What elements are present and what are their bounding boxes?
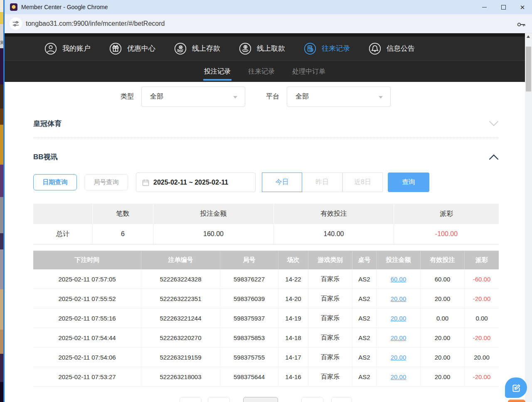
screen: 寞 Member Center - Google Chrome ✕ tongba…	[0, 0, 532, 402]
bet-amount-link[interactable]: 20.00	[391, 334, 406, 341]
chevron-down-icon	[489, 121, 499, 127]
cell-game-type: 百家乐	[308, 289, 352, 308]
date-range-value: 2025-02-11 ~ 2025-02-11	[153, 179, 228, 186]
tab-processing-orders[interactable]: 处理中订单	[291, 61, 326, 82]
table-row: 2025-02-11 07:54:44 522263220270 5983758…	[33, 328, 499, 348]
site-settings-button[interactable]	[10, 17, 22, 30]
cell-payout: 0.00	[465, 308, 499, 328]
nav-item-label: 我的账户	[62, 44, 91, 53]
nav-item-records[interactable]: 往来记录	[303, 42, 350, 55]
url-bar: tongbao31.com:9900/infe/mcenter/#/betRec…	[5, 14, 532, 33]
bet-amount-link[interactable]: 20.00	[391, 354, 406, 361]
round-query-button[interactable]: 局号查询	[84, 174, 128, 190]
table-row: 2025-02-11 07:55:52 522263222351 5983760…	[33, 289, 499, 308]
nav-item-deposit[interactable]: 线上存款	[174, 42, 220, 55]
scrollbar[interactable]	[525, 33, 532, 402]
cell-round-no: 598375937	[220, 308, 278, 328]
user-icon	[44, 42, 57, 55]
cell-game-type: 百家乐	[308, 328, 352, 347]
date-range-picker[interactable]: 2025-02-11 ~ 2025-02-11	[136, 173, 256, 192]
tab-bet-records[interactable]: 投注记录	[203, 61, 232, 82]
pagination-button[interactable]	[331, 397, 352, 402]
bet-amount-link[interactable]: 20.00	[391, 295, 406, 302]
cell-session: 14-18	[278, 328, 308, 347]
platform-filter-label: 平台	[266, 92, 279, 101]
cell-game-type: 百家乐	[308, 348, 352, 367]
page-top-strip	[5, 33, 525, 37]
pagination-button[interactable]	[180, 397, 202, 402]
minimize-icon	[482, 7, 487, 7]
nav-item-label: 线上取款	[257, 44, 285, 53]
chrome-window: Member Center - Google Chrome ✕ tongbao3…	[3, 0, 532, 402]
tab-transaction-records[interactable]: 往来记录	[247, 61, 276, 82]
window-titlebar: Member Center - Google Chrome ✕	[5, 0, 532, 14]
url-text[interactable]: tongbao31.com:9900/infe/mcenter/#/betRec…	[26, 20, 165, 27]
nav-item-label: 优惠中心	[127, 44, 155, 53]
cell-round-no: 598376039	[220, 289, 278, 308]
promo-button-partial[interactable]	[508, 400, 525, 402]
header-cell: 局号	[220, 251, 278, 269]
pagination-button[interactable]	[301, 397, 323, 402]
summary-header-row: 笔数 投注金额 有效投注 派彩	[33, 204, 499, 224]
section-crown-sports[interactable]: 皇冠体育	[33, 118, 499, 129]
bet-amount-link[interactable]: 20.00	[391, 373, 406, 380]
nav-item-label: 往来记录	[322, 44, 350, 53]
summary-payout: -100.00	[394, 224, 499, 244]
nav-item-promotions[interactable]: 优惠中心	[109, 42, 155, 55]
cell-table-no: AS2	[352, 367, 377, 386]
header-cell: 下注时间	[33, 251, 141, 269]
pagination-button[interactable]	[208, 397, 230, 402]
table-header-row: 下注时间 注单编号 局号 场次 游戏类别 桌号 投注金额 有效投注 派彩	[33, 251, 499, 269]
section-bb-video[interactable]: BB视讯	[33, 151, 499, 163]
bet-amount-link[interactable]: 60.00	[391, 276, 406, 283]
cell-bet-no: 522263221244	[141, 308, 220, 328]
calendar-icon	[142, 179, 149, 186]
bet-amount-link[interactable]: 20.00	[391, 315, 406, 322]
cell-session: 14-19	[278, 308, 308, 328]
password-key-icon[interactable]	[516, 19, 526, 28]
summary-count: 6	[93, 224, 153, 244]
today-button[interactable]: 今日	[262, 173, 302, 192]
platform-select[interactable]: 全部	[287, 86, 391, 107]
cell-table-no: AS2	[352, 269, 377, 289]
cell-payout: -20.00	[465, 289, 499, 308]
scroll-up-arrow-icon[interactable]	[527, 35, 530, 38]
search-button[interactable]: 查询	[388, 173, 429, 192]
pagination-current-button[interactable]	[243, 397, 278, 402]
cell-valid-bet: 20.00	[421, 289, 465, 308]
summary-table: 笔数 投注金额 有效投注 派彩 总计 6 160.00 140.00 -100.…	[33, 204, 499, 244]
cell-round-no: 598375853	[220, 328, 278, 347]
feedback-button[interactable]	[505, 377, 527, 398]
window-controls: ✕	[475, 0, 532, 14]
nav-item-my-account[interactable]: 我的账户	[44, 42, 91, 55]
nav-item-withdraw[interactable]: 线上取款	[239, 42, 285, 55]
maximize-button[interactable]	[494, 0, 513, 14]
bet-records-table: 下注时间 注单编号 局号 场次 游戏类别 桌号 投注金额 有效投注 派彩 202…	[33, 251, 499, 387]
table-row: 2025-02-11 07:53:27 522263218003 5983756…	[33, 367, 499, 387]
gift-icon	[109, 42, 122, 55]
close-button[interactable]: ✕	[513, 0, 532, 14]
date-query-button[interactable]: 日期查询	[33, 174, 77, 190]
minimize-button[interactable]	[475, 0, 494, 14]
summary-header-cell	[33, 204, 93, 224]
bell-icon	[368, 42, 382, 55]
cell-round-no: 598376227	[220, 269, 278, 289]
header-cell: 游戏类别	[308, 251, 352, 269]
header-cell: 注单编号	[141, 251, 220, 269]
cell-game-type: 百家乐	[308, 269, 352, 289]
maximize-icon	[501, 5, 506, 10]
cell-bet-time: 2025-02-11 07:57:05	[33, 269, 141, 289]
yesterday-button[interactable]: 昨日	[302, 173, 342, 192]
summary-header-cell: 有效投注	[274, 204, 394, 224]
last-8-days-button[interactable]: 近8日	[342, 173, 383, 192]
chevron-up-icon	[489, 154, 499, 160]
nav-item-announcements[interactable]: 信息公告	[368, 42, 415, 55]
sub-nav: 投注记录 往来记录 处理中订单	[5, 60, 525, 82]
type-select[interactable]: 全部	[141, 86, 245, 107]
edit-note-icon	[511, 382, 522, 393]
scrollbar-thumb[interactable]	[526, 47, 531, 91]
header-cell: 场次	[278, 251, 308, 269]
tab-label: 处理中订单	[292, 67, 325, 76]
cell-valid-bet: 20.00	[421, 367, 465, 386]
section-title: BB视讯	[33, 152, 58, 162]
